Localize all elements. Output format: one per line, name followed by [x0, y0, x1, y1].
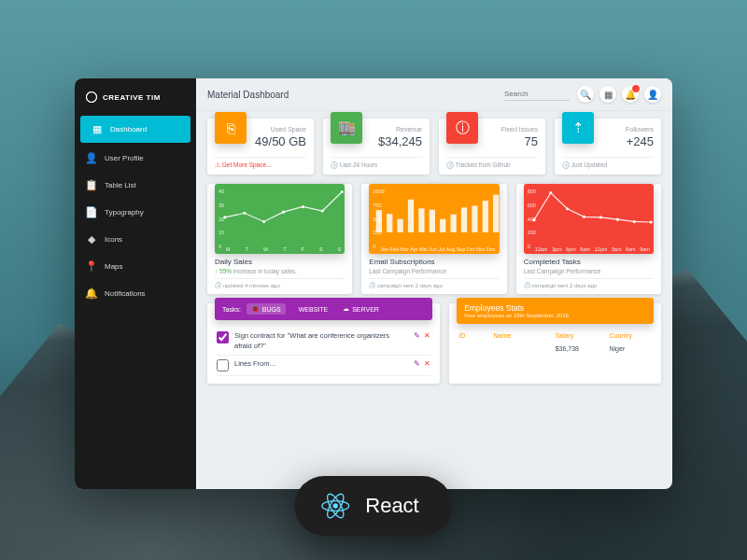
react-label: React	[365, 494, 418, 518]
stat-card: ⓘ Fixed Issues 75 🕓 Tracked from Github	[439, 119, 545, 175]
chart-title: Daily Sales	[215, 258, 345, 266]
sidebar-item-label: Maps	[105, 262, 123, 271]
chart-card: 010203040MTWTFSS Daily Sales ↑ 55% incre…	[207, 184, 352, 294]
svg-rect-17	[483, 201, 488, 232]
chart-footer: 🕓 campaign sent 2 days ago	[369, 278, 499, 288]
dashboard-icon: ▦	[92, 123, 103, 135]
tasks-card: Tasks: 🐞BUGSWEBSITE☁SERVER Sign contract…	[207, 303, 440, 384]
tab-server[interactable]: ☁SERVER	[338, 303, 384, 315]
svg-point-4	[302, 205, 304, 208]
sidebar-item-label: Notifications	[105, 289, 146, 298]
svg-point-21	[566, 207, 569, 210]
task-checkbox[interactable]	[217, 359, 229, 371]
sidebar-item-label: Typography	[105, 208, 144, 217]
stat-icon: ⎘	[215, 112, 247, 144]
table-row: $36,738Niger	[458, 342, 652, 356]
chart-footer: 🕓 campaign sent 2 days ago	[524, 278, 654, 288]
stat-footer: 🕓 Tracked from Github	[446, 157, 538, 169]
delete-icon[interactable]: ✕	[424, 331, 430, 340]
tab-label: WEBSITE	[299, 306, 329, 313]
tab-website[interactable]: WEBSITE	[291, 304, 333, 315]
stat-icon: 🏬	[331, 112, 362, 144]
account-button[interactable]: 👤	[644, 86, 661, 103]
svg-rect-10	[408, 200, 414, 232]
sidebar-item-user-profile[interactable]: 👤User Profile	[75, 145, 196, 172]
chart-line: 010203040MTWTFSS	[215, 184, 345, 254]
tasks-tabbar: Tasks: 🐞BUGSWEBSITE☁SERVER	[215, 298, 432, 320]
sidebar-item-typography[interactable]: 📄Typography	[75, 199, 196, 226]
svg-rect-18	[493, 195, 499, 232]
search-input[interactable]	[504, 88, 570, 101]
sidebar-item-label: User Profile	[105, 154, 144, 162]
dashboard-icon-button[interactable]: ▦	[599, 86, 616, 103]
topbar: Material Dashboard 🔍 ▦ 🔔 👤	[196, 78, 672, 111]
table-col: Country	[610, 332, 652, 339]
task-text: Sign contract for "What are conference o…	[234, 331, 408, 351]
svg-point-23	[599, 216, 602, 218]
tab-icon: 🐞	[251, 305, 260, 313]
icons-icon: ◆	[86, 233, 97, 245]
chart-footer: 🕓 updated 4 minutes ago	[215, 278, 345, 288]
svg-rect-13	[440, 219, 445, 232]
sidebar-item-dashboard[interactable]: ▦Dashboard	[80, 116, 190, 143]
svg-rect-16	[472, 206, 478, 232]
chart-subtitle: Last Campaign Performance	[369, 268, 499, 274]
tab-icon: ☁	[343, 305, 349, 313]
table-col: Name	[494, 332, 556, 339]
tasks-label: Tasks:	[222, 306, 241, 313]
svg-point-3	[282, 211, 285, 214]
typography-icon: 📄	[86, 206, 97, 218]
page-title: Material Dashboard	[207, 90, 289, 100]
task-text: Lines From…	[234, 359, 408, 370]
react-icon	[318, 489, 352, 523]
stat-card: ⎘ Used Space 49/50 GB ⚠ Get More Space..…	[207, 119, 314, 175]
stat-card: ⇡ Followers +245 🕓 Just Updated	[555, 119, 661, 175]
svg-rect-12	[430, 210, 435, 232]
chart-title: Completed Tasks	[524, 258, 654, 266]
stat-icon: ⓘ	[446, 112, 478, 144]
sidebar-item-label: Dashboard	[110, 125, 147, 133]
stat-card: 🏬 Revenue $34,245 🕓 Last 24 Hours	[323, 119, 430, 175]
svg-point-2	[262, 220, 265, 223]
svg-point-22	[583, 216, 585, 218]
svg-point-25	[632, 220, 635, 223]
employees-header: Employees Stats New employees on 15th Se…	[457, 298, 654, 324]
chart-title: Email Subscriptions	[369, 258, 499, 266]
table-col: ID	[458, 332, 493, 339]
sidebar-item-label: Icons	[105, 235, 122, 244]
edit-icon[interactable]: ✎	[414, 359, 420, 368]
stat-footer: 🕓 Just Updated	[562, 157, 654, 169]
sidebar-item-icons[interactable]: ◆Icons	[75, 226, 196, 253]
search-button[interactable]: 🔍	[577, 86, 594, 103]
svg-point-24	[616, 218, 619, 221]
chart-bar: 02505007501000JanFebMarAprMaiJunJulAugSe…	[369, 184, 499, 254]
tab-bugs[interactable]: 🐞BUGS	[247, 303, 286, 315]
brand-name: CREATIVE TIM	[103, 93, 161, 102]
svg-point-6	[341, 190, 344, 193]
edit-icon[interactable]: ✎	[414, 331, 420, 340]
svg-rect-14	[451, 215, 457, 232]
dashboard-window: CREATIVE TIM ▦Dashboard👤User Profile📋Tab…	[75, 78, 672, 489]
table-list-icon: 📋	[86, 179, 97, 191]
react-badge: React	[294, 476, 452, 536]
notifications-button[interactable]: 🔔	[622, 86, 639, 103]
task-checkbox[interactable]	[217, 331, 229, 343]
sidebar-item-maps[interactable]: 📍Maps	[75, 253, 196, 280]
svg-point-5	[321, 209, 324, 212]
svg-rect-9	[398, 219, 403, 232]
svg-point-20	[549, 191, 552, 194]
maps-icon: 📍	[86, 260, 97, 273]
chart-card: 02505007501000JanFebMarAprMaiJunJulAugSe…	[361, 184, 506, 294]
task-row: Lines From… ✎✕	[217, 356, 430, 376]
delete-icon[interactable]: ✕	[424, 359, 430, 368]
chart-line: 020040060080012am3pm6pm9pm12pm3am6am9am	[524, 184, 654, 254]
chart-subtitle: Last Campaign Performance	[524, 268, 654, 274]
sidebar-item-table-list[interactable]: 📋Table List	[75, 172, 196, 199]
sidebar-item-notifications[interactable]: 🔔Notifications	[75, 280, 196, 307]
main: Material Dashboard 🔍 ▦ 🔔 👤 ⎘ Used Space …	[196, 78, 672, 489]
chart-subtitle: ↑ 55% increase in today sales.	[215, 268, 345, 274]
stat-footer[interactable]: ⚠ Get More Space...	[215, 157, 306, 169]
atom-icon	[86, 91, 97, 103]
notifications-icon: 🔔	[86, 287, 97, 300]
stat-icon: ⇡	[562, 112, 594, 144]
